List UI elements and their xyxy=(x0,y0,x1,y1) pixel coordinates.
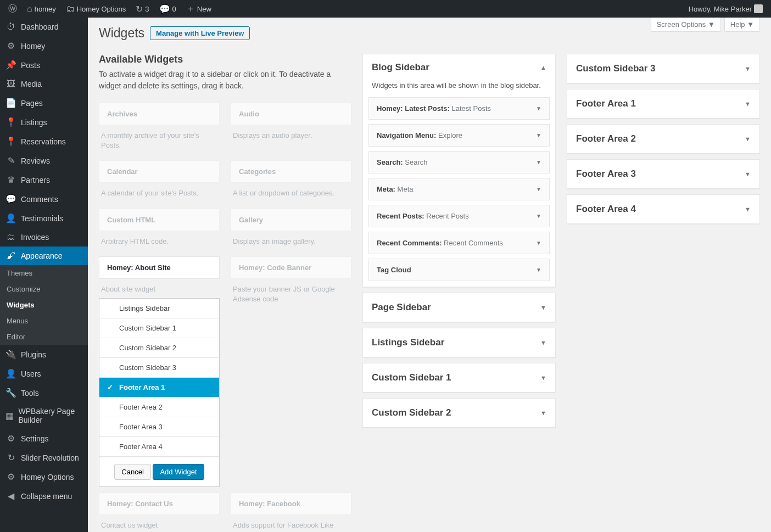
sidebar-area[interactable]: Page Sidebar▼ xyxy=(362,293,556,322)
menu-icon: ⚙ xyxy=(5,472,16,482)
placed-widget[interactable]: Recent Comments: Recent Comments▼ xyxy=(368,232,550,254)
menu-item[interactable]: 🖼Media xyxy=(0,75,88,93)
menu-item[interactable]: 📍Reservations xyxy=(0,132,88,151)
updates-link[interactable]: ↻3 xyxy=(132,0,153,18)
chevron-down-icon: ▼ xyxy=(536,132,541,138)
sidebar-area[interactable]: Footer Area 1▼ xyxy=(567,89,760,119)
available-widget[interactable]: Homey: Contact UsContact us widget xyxy=(99,492,220,532)
menu-item[interactable]: 📍Listings xyxy=(0,113,88,132)
menu-item[interactable]: ▦WPBakery Page Builder xyxy=(0,402,88,429)
menu-item[interactable]: 👤Users xyxy=(0,364,88,383)
menu-icon: ⚙ xyxy=(5,41,16,51)
help-button[interactable]: Help ▼ xyxy=(724,18,760,32)
chooser-item[interactable]: Custom Sidebar 2 xyxy=(99,338,219,358)
sidebar-area[interactable]: Custom Sidebar 1▼ xyxy=(362,363,556,393)
available-widget[interactable]: GalleryDisplays an image gallery. xyxy=(231,209,351,251)
add-widget-button[interactable]: Add Widget xyxy=(153,464,204,480)
menu-item[interactable]: 🔌Plugins xyxy=(0,345,88,364)
available-widget[interactable]: CategoriesA list or dropdown of categori… xyxy=(231,160,351,203)
widget-desc: A list or dropdown of categories. xyxy=(231,183,351,203)
sidebar-area[interactable]: Footer Area 3▼ xyxy=(567,159,760,189)
chevron-down-icon: ▼ xyxy=(536,159,541,165)
menu-icon: ↻ xyxy=(5,452,16,463)
menu-item[interactable]: 📄Pages xyxy=(0,93,88,113)
placed-widget[interactable]: Meta: Meta▼ xyxy=(368,178,550,200)
menu-item[interactable]: ◀Collapse menu xyxy=(0,486,88,506)
available-widget[interactable]: ArchivesA monthly archive of your site's… xyxy=(99,103,220,155)
chooser-item[interactable]: Custom Sidebar 1 xyxy=(99,318,219,338)
placed-widget[interactable]: Tag Cloud ▼ xyxy=(368,259,550,281)
submenu-item[interactable]: Menus xyxy=(0,313,88,329)
menu-item[interactable]: ⚙Homey xyxy=(0,36,88,55)
widget-desc: Displays an image gallery. xyxy=(231,231,351,251)
submenu: ThemesCustomizeWidgetsMenusEditor xyxy=(0,265,88,345)
placed-widget[interactable]: Recent Posts: Recent Posts▼ xyxy=(368,205,550,227)
available-widget[interactable]: AudioDisplays an audio player. xyxy=(231,103,351,155)
menu-icon: 📍 xyxy=(5,117,16,127)
chooser-item[interactable]: Footer Area 2 xyxy=(99,397,219,417)
sidebar-area[interactable]: Custom Sidebar 3▼ xyxy=(567,54,760,83)
sidebar-area[interactable]: Footer Area 2▼ xyxy=(567,124,760,154)
howdy-link[interactable]: Howdy, Mike Parker xyxy=(685,0,767,18)
placed-widget[interactable]: Homey: Latest Posts: Latest Posts▼ xyxy=(368,97,550,120)
chevron-down-icon: ▼ xyxy=(536,213,541,219)
chooser-item[interactable]: Footer Area 1 xyxy=(99,378,219,397)
submenu-item[interactable]: Customize xyxy=(0,281,88,297)
available-widget[interactable]: Custom HTMLArbitrary HTML code. xyxy=(99,209,220,251)
homey-options-link[interactable]: 🗂Homey Options xyxy=(62,0,130,18)
menu-icon: 💬 xyxy=(5,194,16,204)
menu-item-appearance[interactable]: 🖌Appearance xyxy=(0,247,88,265)
menu-icon: 👤 xyxy=(5,368,16,379)
chevron-down-icon: ▼ xyxy=(536,240,541,246)
widget-chooser: Listings SidebarCustom Sidebar 1Custom S… xyxy=(99,298,220,487)
widget-desc: Contact us widget xyxy=(99,515,220,532)
menu-item[interactable]: 🗂Invoices xyxy=(0,228,88,247)
menu-item[interactable]: ⚙Homey Options xyxy=(0,467,88,486)
submenu-item[interactable]: Themes xyxy=(0,265,88,281)
submenu-item[interactable]: Widgets xyxy=(0,297,88,313)
widget-title: Archives xyxy=(99,103,220,125)
menu-item[interactable]: 🔧Tools xyxy=(0,383,88,402)
live-preview-button[interactable]: Manage with Live Preview xyxy=(150,26,250,40)
widget-title: Audio xyxy=(231,103,351,125)
menu-label: Slider Revolution xyxy=(21,453,79,462)
available-widget[interactable]: CalendarA calendar of your site's Posts. xyxy=(99,160,220,203)
widget-title: Homey: Facebook xyxy=(231,492,351,515)
admin-toolbar: ⓦ ⌂homey 🗂Homey Options ↻3 💬0 ＋New Howdy… xyxy=(0,0,771,18)
area-head[interactable]: Blog Sidebar▲ xyxy=(363,54,555,81)
sidebar-area[interactable]: Listings Sidebar▼ xyxy=(362,328,556,357)
chooser-item[interactable]: Footer Area 4 xyxy=(99,437,219,457)
menu-item[interactable]: 👤Testimonials xyxy=(0,209,88,228)
available-widget[interactable]: Homey: About SiteAbout site widgetListin… xyxy=(99,256,220,487)
chooser-item[interactable]: Custom Sidebar 3 xyxy=(99,358,219,378)
menu-icon: 🗂 xyxy=(5,232,16,242)
menu-item[interactable]: 💬Comments xyxy=(0,189,88,209)
screen-options-button[interactable]: Screen Options ▼ xyxy=(651,18,721,32)
menu-icon: 📌 xyxy=(5,60,16,70)
site-link[interactable]: ⌂homey xyxy=(23,0,60,18)
menu-item[interactable]: ♛Partners xyxy=(0,170,88,189)
sidebar-area[interactable]: Footer Area 4▼ xyxy=(567,194,760,224)
widget-desc: Adds support for Facebook Like xyxy=(231,515,351,532)
menu-item[interactable]: ✎Reviews xyxy=(0,151,88,170)
placed-widget[interactable]: Search: Search▼ xyxy=(368,151,550,173)
submenu-item[interactable]: Editor xyxy=(0,329,88,345)
menu-item[interactable]: 📌Posts xyxy=(0,55,88,75)
available-widget[interactable]: Homey: Code BannerPaste your banner JS o… xyxy=(231,256,351,487)
sidebar-area[interactable]: Custom Sidebar 2▼ xyxy=(362,398,556,428)
menu-icon: ♛ xyxy=(5,175,16,185)
menu-item[interactable]: ⚙Settings xyxy=(0,429,88,448)
menu-item[interactable]: ↻Slider Revolution xyxy=(0,448,88,467)
wp-logo[interactable]: ⓦ xyxy=(4,0,21,18)
new-link[interactable]: ＋New xyxy=(182,0,215,18)
chooser-item[interactable]: Footer Area 3 xyxy=(99,417,219,437)
chevron-down-icon: ▼ xyxy=(540,339,546,346)
available-widget[interactable]: Homey: FacebookAdds support for Facebook… xyxy=(231,492,351,532)
comments-link[interactable]: 💬0 xyxy=(155,0,180,18)
placed-widget[interactable]: Navigation Menu: Explore▼ xyxy=(368,124,550,147)
menu-item[interactable]: ⏱Dashboard xyxy=(0,18,88,36)
chevron-down-icon: ▼ xyxy=(540,304,546,311)
chevron-up-icon: ▲ xyxy=(540,64,546,71)
cancel-button[interactable]: Cancel xyxy=(114,464,150,480)
chooser-item[interactable]: Listings Sidebar xyxy=(99,299,219,318)
